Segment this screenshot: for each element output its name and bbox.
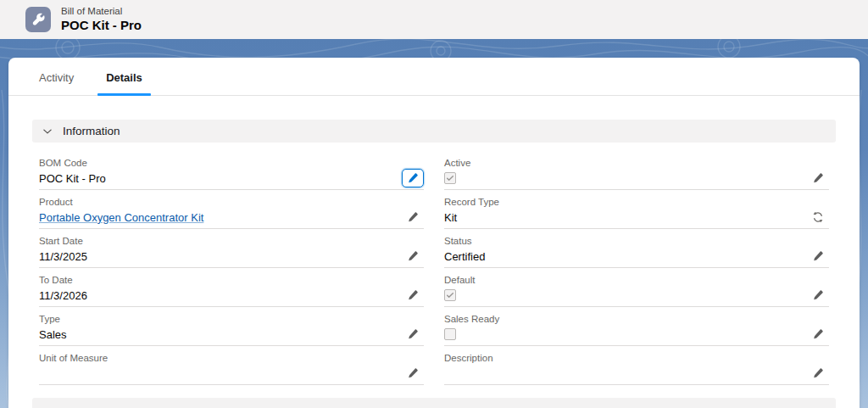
inline-edit-button[interactable] — [402, 364, 424, 383]
change-record-type-button[interactable] — [807, 208, 829, 226]
field-label: Product — [39, 196, 424, 208]
field-label: Type — [39, 313, 424, 325]
inline-edit-button[interactable] — [402, 286, 424, 305]
inline-edit-button[interactable] — [402, 208, 424, 226]
field-column-left: BOM CodePOC Kit - ProProductPortable Oxy… — [39, 151, 424, 385]
field-value-row: Portable Oxygen Concentrator Kit — [39, 208, 424, 229]
pencil-icon — [407, 172, 419, 184]
field-value-row — [444, 286, 829, 307]
tab-activity[interactable]: Activity — [31, 71, 82, 95]
checkbox-checked — [444, 289, 456, 301]
field-product: ProductPortable Oxygen Concentrator Kit — [39, 190, 424, 229]
field-column-right: ActiveRecord TypeKitStatusCertifiedDefau… — [444, 151, 829, 385]
pencil-icon — [407, 289, 419, 301]
pencil-icon — [812, 367, 824, 379]
field-label: Active — [444, 157, 829, 169]
field-value: Kit — [444, 211, 457, 224]
inline-edit-button[interactable] — [402, 247, 424, 265]
change-record-type-icon — [812, 211, 824, 223]
field-value: Certified — [444, 250, 485, 263]
field-active: Active — [444, 151, 829, 190]
field-value: 11/3/2026 — [39, 289, 87, 302]
inline-edit-button[interactable] — [807, 364, 829, 383]
field-value-row — [444, 169, 829, 190]
field-label: Record Type — [444, 196, 829, 208]
tab-details[interactable]: Details — [97, 71, 151, 95]
field-value: 11/3/2025 — [39, 250, 87, 263]
wrench-icon — [25, 7, 51, 32]
field-value-row — [39, 364, 424, 385]
field-start-date: Start Date11/3/2025 — [39, 229, 424, 268]
field-label: BOM Code — [39, 157, 424, 169]
global-header: Bill of Material POC Kit - Pro — [0, 0, 868, 39]
inline-edit-button[interactable] — [807, 286, 829, 305]
field-value: POC Kit - Pro — [39, 172, 106, 185]
field-value-row: Sales — [39, 325, 424, 346]
pencil-icon — [812, 328, 824, 340]
section-header-information[interactable]: Information — [32, 120, 836, 143]
record-detail-card: Activity Details Information BOM CodePOC… — [8, 58, 860, 408]
field-value-link[interactable]: Portable Oxygen Concentrator Kit — [39, 211, 203, 224]
pencil-icon — [407, 211, 419, 223]
inline-edit-button[interactable] — [807, 247, 829, 265]
field-record-type: Record TypeKit — [444, 190, 829, 229]
field-type: TypeSales — [39, 307, 424, 346]
inline-edit-button[interactable] — [807, 325, 829, 344]
field-label: Sales Ready — [444, 313, 829, 325]
object-label: Bill of Material — [61, 6, 142, 17]
field-to-date: To Date11/3/2026 — [39, 268, 424, 307]
pencil-icon — [812, 172, 824, 184]
field-grid: BOM CodePOC Kit - ProProductPortable Oxy… — [32, 149, 836, 385]
checkbox-unchecked — [444, 328, 456, 340]
field-value-row — [444, 364, 829, 385]
inline-edit-button[interactable] — [807, 169, 829, 187]
field-label: Description — [444, 352, 829, 364]
pencil-icon — [407, 250, 419, 262]
inline-edit-button[interactable] — [402, 325, 424, 344]
field-unit-of-measure: Unit of Measure — [39, 346, 424, 385]
field-sales-ready: Sales Ready — [444, 307, 829, 346]
field-bom-code: BOM CodePOC Kit - Pro — [39, 151, 424, 190]
section-header-next[interactable] — [32, 398, 836, 408]
chevron-down-icon — [42, 126, 53, 137]
field-value-row: 11/3/2025 — [39, 247, 424, 268]
field-value-row: POC Kit - Pro — [39, 169, 424, 190]
section-title: Information — [63, 125, 120, 137]
field-value-row: Kit — [444, 208, 829, 229]
tab-bar: Activity Details — [8, 58, 860, 96]
page-title: POC Kit - Pro — [61, 18, 142, 32]
field-description: Description — [444, 346, 829, 385]
field-value-row: 11/3/2026 — [39, 286, 424, 307]
pencil-icon — [407, 328, 419, 340]
pencil-icon — [407, 367, 419, 379]
check-icon — [446, 174, 454, 182]
field-default: Default — [444, 268, 829, 307]
pencil-icon — [812, 289, 824, 301]
pencil-icon — [812, 250, 824, 262]
field-label: Start Date — [39, 235, 424, 247]
field-value: Sales — [39, 328, 67, 341]
inline-edit-button[interactable] — [402, 169, 424, 187]
field-label: Unit of Measure — [39, 352, 424, 364]
check-icon — [446, 291, 454, 299]
field-value-row: Certified — [444, 247, 829, 268]
field-value-row — [444, 325, 829, 346]
field-status: StatusCertified — [444, 229, 829, 268]
field-label: Default — [444, 274, 829, 286]
field-label: To Date — [39, 274, 424, 286]
checkbox-checked — [444, 172, 456, 184]
details-panel: Information BOM CodePOC Kit - ProProduct… — [8, 120, 860, 408]
field-label: Status — [444, 235, 829, 247]
